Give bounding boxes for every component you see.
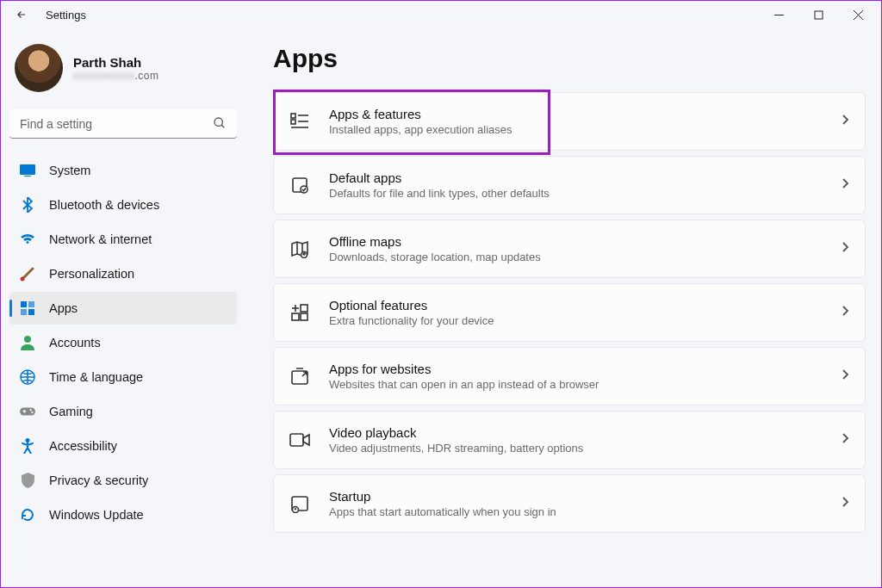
card-subtitle: Websites that can open in an app instead… (329, 378, 822, 391)
accessibility-icon (20, 438, 35, 454)
profile-block[interactable]: Parth Shah xxxxxxxxxxx.com (9, 37, 237, 104)
svg-rect-22 (291, 114, 295, 118)
globe-clock-icon (20, 369, 35, 385)
person-icon (20, 335, 35, 350)
video-icon (289, 430, 310, 450)
close-button[interactable] (838, 1, 878, 28)
sidebar-item-label: Gaming (49, 405, 93, 418)
sidebar-item-accessibility[interactable]: Accessibility (9, 430, 237, 462)
sidebar-item-label: Accessibility (49, 439, 117, 453)
back-button[interactable] (13, 6, 30, 23)
sidebar-item-update[interactable]: Windows Update (9, 498, 237, 531)
card-title: Video playback (329, 425, 822, 440)
card-title: Apps for websites (329, 362, 822, 376)
system-icon (20, 163, 35, 178)
card-optional-features[interactable]: Optional featuresExtra functionality for… (273, 283, 866, 342)
sidebar-item-label: Bluetooth & devices (49, 198, 159, 212)
chevron-right-icon (841, 114, 849, 129)
sidebar-item-system[interactable]: System (9, 154, 237, 187)
svg-rect-1 (815, 11, 823, 19)
svg-rect-7 (24, 176, 31, 176)
sidebar-item-gaming[interactable]: Gaming (9, 395, 237, 428)
svg-rect-20 (24, 410, 25, 413)
svg-rect-39 (290, 434, 303, 446)
card-apps-websites[interactable]: Apps for websitesWebsites that can open … (273, 347, 866, 405)
svg-line-5 (221, 125, 224, 127)
nav-list: SystemBluetooth & devicesNetwork & inter… (9, 154, 237, 531)
wifi-icon (20, 232, 35, 247)
card-title: Startup (329, 489, 822, 504)
shield-icon (20, 473, 35, 488)
sidebar-item-label: Apps (49, 301, 78, 315)
profile-name: Parth Shah (73, 55, 159, 70)
sidebar-item-accounts[interactable]: Accounts (9, 326, 237, 359)
settings-cards: Apps & featuresInstalled apps, app execu… (273, 92, 866, 533)
sidebar-item-personalization[interactable]: Personalization (9, 257, 237, 290)
update-icon (20, 507, 35, 523)
chevron-right-icon (841, 432, 849, 448)
svg-point-9 (21, 277, 25, 282)
chevron-right-icon (841, 241, 849, 257)
window-title: Settings (46, 9, 86, 22)
svg-rect-23 (291, 120, 295, 124)
map-icon (289, 238, 310, 259)
svg-rect-13 (28, 309, 34, 315)
card-subtitle: Apps that start automatically when you s… (329, 505, 822, 518)
maximize-button[interactable] (798, 1, 838, 28)
svg-line-8 (22, 269, 33, 279)
list-icon (289, 111, 310, 132)
sidebar-item-label: Privacy & security (49, 473, 148, 487)
sidebar-item-label: Network & internet (49, 232, 152, 246)
search-input[interactable] (9, 109, 237, 139)
search-icon (213, 116, 227, 133)
card-title: Default apps (329, 170, 822, 185)
brush-icon (20, 266, 35, 282)
card-offline-maps[interactable]: Offline mapsDownloads, storage location,… (273, 220, 866, 278)
page-title: Apps (273, 44, 866, 73)
chevron-right-icon (841, 305, 849, 320)
svg-point-4 (214, 118, 222, 126)
main-content: Apps Apps & featuresInstalled apps, app … (242, 28, 881, 587)
sidebar-item-label: System (49, 164, 90, 177)
svg-rect-34 (301, 313, 307, 320)
chevron-right-icon (841, 177, 849, 193)
sidebar-item-privacy[interactable]: Privacy & security (9, 464, 237, 497)
svg-rect-35 (301, 305, 307, 312)
card-title: Optional features (329, 298, 822, 313)
card-apps-features[interactable]: Apps & featuresInstalled apps, app execu… (273, 92, 866, 151)
card-subtitle: Extra functionality for your device (329, 314, 822, 327)
window-controls (759, 1, 878, 28)
svg-rect-11 (28, 301, 34, 307)
startup-icon (289, 493, 310, 514)
sidebar-item-bluetooth[interactable]: Bluetooth & devices (9, 189, 237, 221)
sidebar-item-apps[interactable]: Apps (9, 292, 237, 325)
svg-point-17 (30, 409, 32, 411)
svg-rect-10 (21, 301, 27, 307)
card-default-apps[interactable]: Default appsDefaults for file and link t… (273, 156, 866, 214)
sidebar-item-label: Accounts (49, 336, 101, 350)
sidebar-item-label: Windows Update (49, 508, 144, 522)
svg-rect-16 (20, 408, 35, 416)
svg-point-18 (31, 412, 33, 413)
svg-point-14 (24, 336, 31, 343)
card-subtitle: Installed apps, app execution aliases (329, 123, 822, 136)
titlebar: Settings (1, 1, 881, 28)
sidebar-item-label: Time & language (49, 370, 143, 384)
card-startup[interactable]: StartupApps that start automatically whe… (273, 474, 866, 533)
sidebar-item-time[interactable]: Time & language (9, 361, 237, 393)
card-video-playback[interactable]: Video playbackVideo adjustments, HDR str… (273, 411, 866, 469)
svg-rect-6 (20, 164, 35, 175)
card-subtitle: Video adjustments, HDR streaming, batter… (329, 442, 822, 455)
sidebar-item-label: Personalization (49, 267, 134, 281)
chevron-right-icon (841, 496, 849, 511)
bluetooth-icon (20, 197, 35, 213)
card-subtitle: Defaults for file and link types, other … (329, 187, 822, 200)
plus-grid-icon (289, 302, 310, 323)
card-subtitle: Downloads, storage location, map updates (329, 251, 822, 263)
card-title: Apps & features (329, 107, 822, 121)
sidebar-item-network[interactable]: Network & internet (9, 223, 237, 256)
minimize-button[interactable] (759, 1, 798, 28)
profile-email: xxxxxxxxxxx.com (73, 70, 159, 82)
search-container (9, 109, 237, 144)
gamepad-icon (20, 404, 35, 419)
